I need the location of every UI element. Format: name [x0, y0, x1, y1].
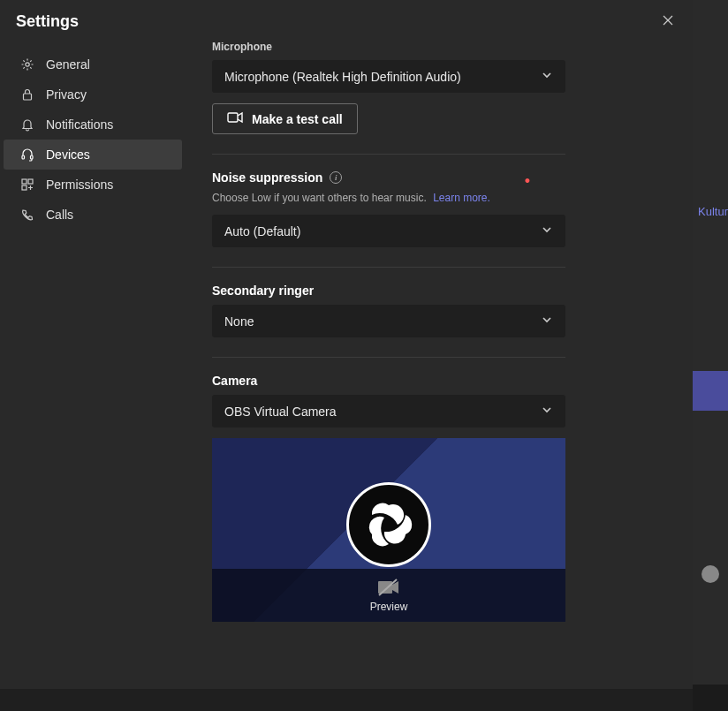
svg-rect-8 [378, 581, 392, 594]
secondary-ringer-select[interactable]: None [212, 305, 565, 337]
section-divider [212, 154, 565, 155]
settings-sidebar: General Privacy Notifications Devices [0, 41, 186, 689]
sidebar-label: Calls [46, 208, 73, 222]
camera-value: OBS Virtual Camera [224, 405, 337, 419]
background-avatar [701, 565, 719, 583]
svg-rect-3 [31, 155, 34, 159]
chevron-down-icon [541, 223, 553, 238]
apps-icon [19, 177, 35, 193]
phone-icon [19, 207, 35, 223]
noise-suppression-heading: Noise suppression i [212, 170, 342, 185]
chevron-down-icon [541, 314, 553, 329]
settings-dialog: Settings General Privacy [0, 0, 693, 689]
indicator-dot: • [525, 173, 530, 189]
test-call-label: Make a test call [252, 112, 343, 126]
preview-overlay: Preview [212, 569, 565, 622]
microphone-label: Microphone [212, 41, 666, 53]
noise-suppression-select[interactable]: Auto (Default) [212, 215, 565, 247]
svg-point-0 [26, 63, 29, 66]
secondary-ringer-heading: Secondary ringer [212, 284, 666, 298]
sidebar-item-privacy[interactable]: Privacy [4, 79, 182, 110]
svg-rect-2 [22, 155, 25, 159]
lock-icon [19, 87, 35, 102]
camera-select[interactable]: OBS Virtual Camera [212, 395, 565, 427]
microphone-select[interactable]: Microphone (Realtek High Definition Audi… [212, 60, 565, 93]
make-test-call-button[interactable]: Make a test call [212, 103, 358, 134]
svg-rect-4 [22, 179, 27, 184]
svg-rect-6 [22, 185, 27, 190]
section-divider [212, 267, 565, 268]
test-call-icon [227, 111, 243, 126]
sidebar-item-general[interactable]: General [4, 49, 182, 79]
headset-icon [19, 147, 35, 163]
sidebar-item-notifications[interactable]: Notifications [4, 110, 182, 140]
sidebar-item-devices[interactable]: Devices [4, 140, 182, 170]
sidebar-label: Devices [46, 147, 90, 162]
chevron-down-icon [541, 69, 553, 84]
obs-logo [346, 482, 431, 567]
noise-value: Auto (Default) [224, 224, 300, 238]
settings-content: Microphone Microphone (Realtek High Defi… [186, 41, 693, 689]
sidebar-item-calls[interactable]: Calls [4, 200, 182, 230]
svg-rect-7 [228, 113, 238, 122]
background-link: Kultur [698, 205, 728, 218]
svg-rect-5 [28, 179, 33, 184]
close-button[interactable] [659, 11, 677, 32]
learn-more-link[interactable]: Learn more. [433, 192, 490, 204]
info-icon[interactable]: i [330, 171, 342, 184]
close-icon [663, 15, 673, 26]
chevron-down-icon [541, 404, 553, 419]
dialog-title: Settings [16, 12, 79, 31]
section-divider [212, 357, 565, 358]
camera-preview: Preview [212, 438, 565, 622]
sidebar-label: Permissions [46, 178, 113, 192]
secondary-ringer-value: None [224, 314, 254, 329]
gear-icon [19, 57, 35, 72]
sidebar-label: Notifications [46, 117, 113, 132]
sidebar-label: General [46, 57, 90, 72]
sidebar-label: Privacy [46, 87, 87, 102]
svg-rect-1 [24, 94, 32, 100]
sidebar-item-permissions[interactable]: Permissions [4, 170, 182, 200]
preview-label: Preview [370, 601, 408, 613]
microphone-value: Microphone (Realtek High Definition Audi… [224, 70, 461, 84]
bell-icon [19, 117, 35, 132]
camera-off-icon [376, 578, 401, 597]
camera-heading: Camera [212, 374, 666, 388]
noise-description: Choose Low if you want others to hear mu… [212, 192, 666, 204]
